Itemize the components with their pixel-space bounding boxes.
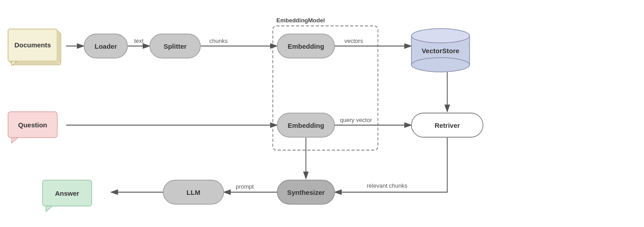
- svg-marker-18: [46, 206, 52, 211]
- embedding-top-node: Embedding: [277, 34, 335, 58]
- edge-label-query-vector: query vector: [340, 117, 372, 123]
- embedding-bottom-label: Embedding: [288, 122, 324, 129]
- diagram-container: EmbeddingModel text chunks vectors query…: [0, 0, 644, 227]
- edge-label-relevant-chunks: relevant chunks: [367, 182, 408, 189]
- edge-label-chunks: chunks: [209, 38, 228, 44]
- svg-marker-12: [12, 138, 18, 143]
- answer-node: Answer: [42, 180, 92, 211]
- splitter-label: Splitter: [164, 42, 187, 50]
- synthesizer-node: Synthesizer: [277, 180, 335, 204]
- edge-label-vectors: vectors: [344, 38, 363, 44]
- loader-node: Loader: [84, 34, 127, 58]
- embedding-model-label: EmbeddingModel: [276, 17, 325, 24]
- embedding-bottom-node: Embedding: [277, 113, 335, 137]
- documents-node: Documents: [8, 29, 61, 66]
- llm-label: LLM: [186, 189, 200, 196]
- answer-label: Answer: [55, 189, 79, 197]
- vector-store-node: VectorStore: [411, 29, 470, 72]
- svg-point-9: [411, 29, 470, 43]
- retriver-node: Retriver: [411, 113, 483, 137]
- documents-label: Documents: [14, 41, 51, 49]
- loader-label: Loader: [94, 42, 117, 50]
- synthesizer-label: Synthesizer: [287, 189, 325, 196]
- svg-point-10: [411, 58, 470, 72]
- embedding-top-label: Embedding: [288, 42, 324, 50]
- llm-node: LLM: [163, 180, 224, 204]
- edge-label-text: text: [134, 38, 144, 44]
- retriver-label: Retriver: [435, 122, 460, 129]
- diagram-svg: EmbeddingModel text chunks vectors query…: [0, 0, 644, 227]
- question-node: Question: [8, 112, 57, 143]
- edge-label-prompt: prompt: [236, 183, 254, 190]
- question-label: Question: [18, 121, 47, 129]
- vector-store-label: VectorStore: [422, 47, 459, 55]
- splitter-node: Splitter: [150, 34, 200, 58]
